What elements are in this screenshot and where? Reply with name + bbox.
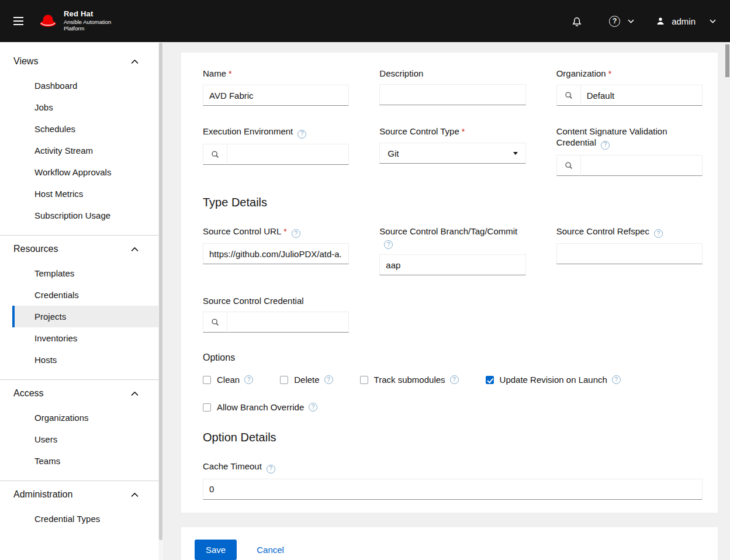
update-revision-checkbox[interactable] bbox=[486, 376, 494, 384]
form-actions-card: Save Cancel bbox=[181, 527, 718, 560]
organization-input[interactable] bbox=[581, 85, 703, 106]
field-organization: Organization* bbox=[556, 68, 703, 106]
content-signature-input[interactable] bbox=[581, 155, 703, 176]
help-dropdown-button[interactable]: ? bbox=[609, 16, 634, 27]
main-scrollbar-thumb[interactable] bbox=[725, 44, 729, 77]
organization-search-button[interactable] bbox=[556, 85, 581, 106]
clean-checkbox[interactable] bbox=[203, 376, 211, 384]
execution-environment-label: Execution Environment bbox=[203, 126, 293, 136]
brand-logo: Red Hat Ansible Automation Platform bbox=[37, 10, 111, 33]
nav-group-title: Access bbox=[13, 388, 44, 399]
source-control-type-value: Git bbox=[388, 148, 399, 158]
content-signature-search-button[interactable] bbox=[556, 155, 581, 176]
cancel-button[interactable]: Cancel bbox=[257, 540, 284, 560]
sidebar-item-credentials[interactable]: Credentials bbox=[12, 284, 158, 306]
brand-name: Red Hat bbox=[64, 10, 111, 19]
sidebar-scrollbar-thumb[interactable] bbox=[159, 43, 162, 540]
option-label: Update Revision on Launch bbox=[500, 375, 607, 385]
field-cache-timeout: Cache Timeout? bbox=[203, 461, 703, 500]
sidebar-item-teams[interactable]: Teams bbox=[12, 450, 158, 472]
option-clean[interactable]: Clean ? bbox=[203, 375, 253, 385]
sidebar-item-credential-types[interactable]: Credential Types bbox=[12, 508, 158, 530]
sidebar-item-subscription-usage[interactable]: Subscription Usage bbox=[12, 205, 158, 226]
sidebar-item-jobs[interactable]: Jobs bbox=[12, 96, 158, 118]
sidebar-item-activity-stream[interactable]: Activity Stream bbox=[12, 140, 158, 161]
field-name: Name* bbox=[203, 68, 349, 106]
search-icon bbox=[211, 150, 219, 158]
option-allow-branch-override[interactable]: Allow Branch Override ? bbox=[203, 402, 317, 412]
project-edit-form-card: Name* Description Organization* bbox=[181, 53, 718, 513]
help-icon[interactable]: ? bbox=[654, 229, 663, 238]
help-icon[interactable]: ? bbox=[292, 229, 300, 238]
option-update-revision-on-launch[interactable]: Update Revision on Launch ? bbox=[486, 375, 621, 385]
nav-group-header-administration[interactable]: Administration bbox=[0, 481, 158, 508]
search-icon bbox=[565, 161, 573, 170]
delete-checkbox[interactable] bbox=[280, 376, 288, 384]
help-icon[interactable]: ? bbox=[244, 375, 253, 384]
content-signature-label: Content Signature Validation Credential bbox=[556, 126, 667, 147]
sidebar-item-dashboard[interactable]: Dashboard bbox=[12, 75, 158, 96]
nav-group-header-access[interactable]: Access bbox=[0, 380, 158, 407]
form-row-2: Execution Environment? Source Control Ty… bbox=[203, 126, 703, 176]
execution-environment-input[interactable] bbox=[227, 144, 349, 165]
source-control-credential-input[interactable] bbox=[227, 312, 349, 333]
help-icon[interactable]: ? bbox=[384, 240, 393, 249]
form-row-4: Source Control Credential bbox=[203, 295, 703, 333]
name-input[interactable] bbox=[203, 85, 349, 106]
source-control-branch-input[interactable] bbox=[379, 254, 525, 275]
option-label: Track submodules bbox=[374, 375, 445, 385]
nav-group-resources: Resources Templates Credentials Projects… bbox=[0, 235, 158, 379]
nav-group-header-views[interactable]: Views bbox=[0, 48, 158, 75]
notifications-button[interactable] bbox=[570, 15, 583, 27]
main-scrollbar[interactable] bbox=[725, 42, 730, 560]
help-icon[interactable]: ? bbox=[267, 465, 275, 473]
search-icon bbox=[565, 91, 573, 99]
nav-group-administration: Administration Credential Types bbox=[0, 481, 158, 538]
cache-timeout-input[interactable] bbox=[203, 479, 703, 500]
field-content-signature-validation-credential: Content Signature Validation Credential? bbox=[556, 126, 703, 176]
track-submodules-checkbox[interactable] bbox=[360, 376, 368, 384]
help-icon[interactable]: ? bbox=[450, 375, 459, 384]
type-details-heading: Type Details bbox=[203, 196, 703, 209]
sidebar-item-organizations[interactable]: Organizations bbox=[12, 407, 158, 428]
caret-down-icon bbox=[513, 152, 518, 155]
option-label: Clean bbox=[217, 375, 240, 385]
source-control-type-select[interactable]: Git bbox=[379, 143, 525, 164]
required-marker: * bbox=[283, 227, 286, 236]
option-details-heading: Option Details bbox=[203, 431, 703, 444]
option-delete[interactable]: Delete ? bbox=[280, 375, 333, 385]
help-icon[interactable]: ? bbox=[601, 141, 610, 150]
sidebar-item-projects[interactable]: Projects bbox=[12, 306, 158, 327]
help-icon[interactable]: ? bbox=[612, 375, 621, 384]
form-row-1: Name* Description Organization* bbox=[203, 68, 703, 106]
sidebar-item-host-metrics[interactable]: Host Metrics bbox=[12, 183, 158, 205]
help-icon[interactable]: ? bbox=[309, 403, 317, 412]
description-input[interactable] bbox=[379, 84, 525, 105]
source-control-refspec-input[interactable] bbox=[556, 243, 703, 264]
source-control-credential-search-button[interactable] bbox=[203, 312, 227, 333]
source-control-url-input[interactable] bbox=[203, 243, 349, 264]
source-control-type-label: Source Control Type bbox=[379, 126, 459, 136]
sidebar-item-templates[interactable]: Templates bbox=[12, 262, 158, 284]
source-control-credential-label: Source Control Credential bbox=[203, 296, 304, 306]
source-control-refspec-label: Source Control Refspec bbox=[556, 226, 649, 236]
save-button[interactable]: Save bbox=[195, 540, 237, 560]
field-description: Description bbox=[379, 68, 525, 105]
sidebar-item-workflow-approvals[interactable]: Workflow Approvals bbox=[12, 161, 158, 183]
option-track-submodules[interactable]: Track submodules ? bbox=[360, 375, 459, 385]
cache-timeout-label: Cache Timeout bbox=[203, 461, 262, 471]
sidebar-scrollbar[interactable] bbox=[158, 42, 163, 560]
execution-environment-search-button[interactable] bbox=[203, 144, 227, 165]
sidebar-item-inventories[interactable]: Inventories bbox=[12, 327, 158, 349]
sidebar-item-users[interactable]: Users bbox=[12, 428, 158, 450]
sidebar-item-schedules[interactable]: Schedules bbox=[12, 118, 158, 140]
user-name: admin bbox=[672, 16, 696, 26]
sidebar-toggle-button[interactable] bbox=[0, 0, 36, 42]
sidebar-item-hosts[interactable]: Hosts bbox=[12, 349, 158, 371]
help-icon[interactable]: ? bbox=[297, 130, 306, 139]
nav-group-access: Access Organizations Users Teams bbox=[0, 379, 158, 481]
allow-branch-override-checkbox[interactable] bbox=[203, 403, 211, 412]
user-dropdown-button[interactable]: admin bbox=[655, 16, 716, 26]
help-icon[interactable]: ? bbox=[324, 375, 333, 384]
nav-group-header-resources[interactable]: Resources bbox=[0, 236, 158, 262]
